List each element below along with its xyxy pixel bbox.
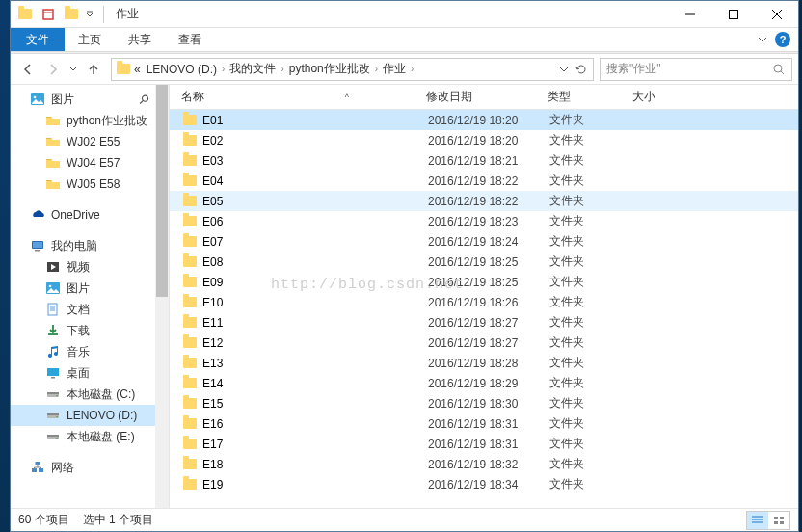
file-row[interactable]: E012016/12/19 18:20文件夹	[170, 110, 798, 130]
help-icon[interactable]: ?	[775, 32, 790, 47]
folder-icon	[183, 216, 202, 226]
chevron-right-icon[interactable]: ›	[220, 64, 227, 74]
file-row[interactable]: E152016/12/19 18:30文件夹	[170, 393, 798, 413]
file-tab[interactable]: 文件	[11, 28, 65, 51]
file-row[interactable]: E052016/12/19 18:22文件夹	[170, 191, 798, 211]
details-view-button[interactable]	[747, 512, 768, 529]
tab-view[interactable]: 查看	[165, 28, 215, 51]
breadcrumb-item[interactable]: 我的文件	[227, 61, 279, 77]
column-header-size[interactable]: 大小	[632, 89, 709, 105]
breadcrumb-item[interactable]: LENOVO (D:)	[144, 63, 220, 76]
file-date: 2016/12/19 18:27	[428, 316, 549, 330]
column-headers: 名称^ 修改日期 类型 大小	[170, 85, 798, 110]
icons-view-button[interactable]	[768, 512, 789, 529]
file-row[interactable]: E102016/12/19 18:26文件夹	[170, 292, 798, 312]
qat-dropdown-icon[interactable]	[84, 4, 95, 25]
file-name: E03	[202, 154, 428, 168]
column-header-name[interactable]: 名称^	[181, 89, 426, 105]
nav-item[interactable]: 文档	[11, 299, 169, 320]
nav-item[interactable]: WJ02 E55	[11, 131, 169, 152]
nav-item-label: 网络	[51, 460, 74, 476]
navigation-pane[interactable]: 图片⚲python作业批改WJ02 E55WJ04 E57WJ05 E58One…	[11, 85, 170, 508]
nav-item[interactable]: python作业批改	[11, 110, 169, 131]
nav-item[interactable]: LENOVO (D:)	[11, 405, 169, 426]
file-row[interactable]: E122016/12/19 18:27文件夹	[170, 332, 798, 353]
nav-item[interactable]: 本地磁盘 (E:)	[11, 426, 169, 447]
file-row[interactable]: E112016/12/19 18:27文件夹	[170, 312, 798, 332]
file-row[interactable]: E092016/12/19 18:25文件夹	[170, 272, 798, 292]
folder-icon	[183, 398, 202, 409]
nav-item-label: WJ04 E57	[67, 156, 120, 170]
nav-item[interactable]: WJ05 E58	[11, 173, 169, 195]
file-row[interactable]: E022016/12/19 18:20文件夹	[170, 130, 798, 150]
svg-rect-27	[780, 517, 784, 519]
file-name: E05	[202, 195, 428, 208]
file-row[interactable]: E032016/12/19 18:21文件夹	[170, 150, 798, 171]
up-button[interactable]	[82, 58, 105, 81]
nav-item-label: WJ02 E55	[67, 135, 120, 148]
nav-item-label: 本地磁盘 (C:)	[67, 386, 135, 403]
folder-icon[interactable]	[61, 4, 82, 25]
svg-rect-26	[774, 517, 778, 519]
column-header-type[interactable]: 类型	[548, 89, 632, 105]
nav-item[interactable]: 图片⚲	[11, 89, 169, 110]
file-row[interactable]: E182016/12/19 18:32文件夹	[170, 454, 798, 474]
chevron-right-icon[interactable]: ›	[279, 64, 285, 74]
svg-rect-11	[48, 304, 57, 315]
search-input[interactable]: 搜索"作业"	[600, 58, 792, 81]
svg-point-16	[56, 395, 58, 397]
folder-icon	[183, 236, 202, 247]
tab-share[interactable]: 共享	[115, 28, 165, 51]
folder-icon	[45, 113, 61, 128]
file-row[interactable]: E172016/12/19 18:31文件夹	[170, 434, 798, 454]
desktop-icon	[45, 365, 61, 381]
nav-item[interactable]: 视频	[11, 256, 169, 278]
file-type: 文件夹	[549, 355, 634, 371]
file-row[interactable]: E042016/12/19 18:22文件夹	[170, 171, 798, 191]
nav-item[interactable]: WJ04 E57	[11, 152, 169, 173]
address-bar[interactable]: « LENOVO (D:) › 我的文件 › python作业批改 › 作业 ›	[111, 58, 594, 81]
nav-item[interactable]: 我的电脑	[11, 235, 169, 256]
nav-item-label: 本地磁盘 (E:)	[67, 429, 135, 445]
file-row[interactable]: E142016/12/19 18:29文件夹	[170, 373, 798, 393]
scrollbar[interactable]	[155, 85, 169, 508]
close-button[interactable]	[755, 1, 798, 28]
file-type: 文件夹	[549, 152, 634, 169]
scrollbar-thumb[interactable]	[156, 85, 168, 297]
nav-item[interactable]: 本地磁盘 (C:)	[11, 384, 169, 405]
file-row[interactable]: E062016/12/19 18:23文件夹	[170, 211, 798, 231]
file-list[interactable]: E012016/12/19 18:20文件夹E022016/12/19 18:2…	[170, 110, 798, 508]
chevron-down-icon[interactable]	[556, 62, 572, 77]
file-row[interactable]: E162016/12/19 18:31文件夹	[170, 413, 798, 434]
properties-icon[interactable]	[38, 4, 59, 25]
breadcrumb-prefix[interactable]: «	[131, 63, 144, 76]
nav-item[interactable]: OneDrive	[11, 204, 169, 226]
column-header-date[interactable]: 修改日期	[426, 89, 548, 105]
nav-item[interactable]: 下载	[11, 320, 169, 341]
chevron-down-icon[interactable]	[758, 35, 767, 44]
folder-icon	[183, 479, 202, 490]
file-name: E10	[202, 296, 428, 309]
breadcrumb-item[interactable]: python作业批改	[286, 61, 373, 77]
tab-home[interactable]: 主页	[65, 28, 115, 51]
svg-rect-23	[32, 468, 37, 472]
file-name: E07	[202, 235, 428, 249]
minimize-button[interactable]	[668, 1, 711, 28]
nav-item[interactable]: 桌面	[11, 362, 169, 384]
forward-button[interactable]	[41, 58, 65, 81]
nav-item[interactable]: 网络	[11, 457, 169, 478]
breadcrumb-item[interactable]: 作业	[380, 61, 409, 77]
nav-item[interactable]: 图片	[11, 278, 169, 299]
file-row[interactable]: E132016/12/19 18:28文件夹	[170, 353, 798, 373]
recent-dropdown[interactable]	[67, 58, 80, 81]
nav-item[interactable]: 音乐	[11, 341, 169, 362]
file-row[interactable]: E072016/12/19 18:24文件夹	[170, 231, 798, 252]
chevron-right-icon[interactable]: ›	[373, 64, 380, 74]
file-row[interactable]: E192016/12/19 18:34文件夹	[170, 474, 798, 494]
refresh-icon[interactable]	[574, 62, 589, 77]
maximize-button[interactable]	[711, 1, 755, 28]
file-row[interactable]: E082016/12/19 18:25文件夹	[170, 252, 798, 272]
chevron-right-icon[interactable]: ›	[409, 64, 415, 74]
svg-rect-6	[33, 242, 42, 248]
back-button[interactable]	[16, 58, 40, 81]
